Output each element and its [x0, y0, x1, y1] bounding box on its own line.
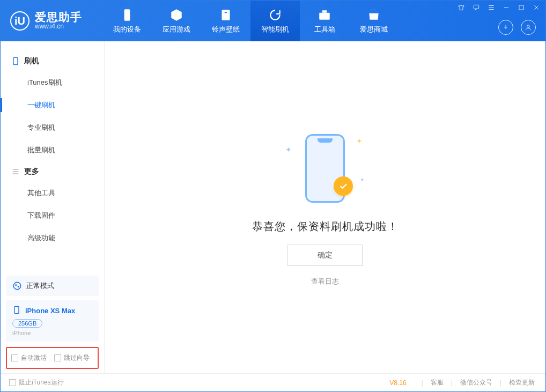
user-icon[interactable] — [521, 20, 536, 35]
svg-rect-4 — [474, 5, 478, 9]
svg-point-6 — [527, 25, 530, 28]
device-type: iPhone — [12, 330, 92, 336]
shirt-icon[interactable] — [456, 3, 466, 12]
tab-label: 爱思商城 — [360, 25, 388, 34]
status-mode: 正常模式 — [26, 281, 54, 291]
device-phone-icon — [12, 306, 21, 316]
sidebar-item-batch-flash[interactable]: 批量刷机 — [1, 139, 104, 161]
version-label: V8.16 — [389, 379, 406, 387]
svg-point-9 — [15, 284, 17, 286]
sidebar-item-other-tools[interactable]: 其他工具 — [1, 182, 104, 204]
svg-point-8 — [13, 282, 21, 290]
tab-toolbox[interactable]: 工具箱 — [300, 1, 349, 41]
maximize-icon[interactable] — [517, 3, 526, 12]
app-name-en: www.i4.cn — [35, 23, 82, 31]
checkbox-skip-guide[interactable]: 跳过向导 — [54, 353, 90, 363]
svg-rect-11 — [14, 306, 19, 313]
sidebar-item-download-firmware[interactable]: 下载固件 — [1, 204, 104, 227]
sparkle-icon: ✦ — [356, 137, 363, 145]
list-icon — [11, 167, 20, 176]
sparkle-icon: ✦ — [285, 145, 292, 154]
checkbox-label: 自动激活 — [21, 353, 47, 363]
tab-flash[interactable]: 智能刷机 — [250, 1, 300, 41]
svg-rect-3 — [322, 10, 327, 12]
feedback-icon[interactable] — [471, 3, 481, 12]
app-name-cn: 爱思助手 — [35, 11, 82, 23]
checkbox-icon — [11, 354, 18, 361]
logo-icon: iU — [10, 11, 29, 31]
tab-device[interactable]: 我的设备 — [102, 1, 152, 41]
tab-label: 铃声壁纸 — [212, 25, 240, 34]
footer-link-wechat[interactable]: 微信公众号 — [458, 378, 495, 387]
svg-point-10 — [18, 286, 19, 287]
status-card[interactable]: 正常模式 — [6, 276, 99, 296]
svg-rect-2 — [319, 12, 330, 19]
sidebar-item-advanced[interactable]: 高级功能 — [1, 227, 104, 249]
footer-link-support[interactable]: 客服 — [429, 378, 446, 387]
tab-ringtone[interactable]: 铃声壁纸 — [201, 1, 250, 41]
checkbox-label: 跳过向导 — [64, 353, 90, 363]
body: 刷机 iTunes刷机 一键刷机 专业刷机 批量刷机 更多 其他工具 下载固件 … — [1, 41, 545, 373]
device-icon — [120, 8, 134, 22]
success-illustration: ✦ ✦ • — [282, 128, 368, 209]
checkbox-label: 阻止iTunes运行 — [19, 378, 64, 387]
status-icon — [12, 281, 22, 291]
device-name: iPhone XS Max — [25, 307, 75, 315]
checkbox-auto-activate[interactable]: 自动激活 — [11, 353, 47, 363]
store-icon — [367, 8, 381, 22]
sidebar: 刷机 iTunes刷机 一键刷机 专业刷机 批量刷机 更多 其他工具 下载固件 … — [1, 41, 105, 373]
cube-icon — [169, 8, 183, 22]
header-right-icons — [498, 20, 536, 35]
tab-apps[interactable]: 应用游戏 — [152, 1, 201, 41]
logo: iU 爱思助手 www.i4.cn — [1, 1, 102, 41]
footer: 阻止iTunes运行 V8.16 | 客服 | 微信公众号 | 检查更新 — [1, 373, 545, 391]
checkbox-icon — [54, 354, 61, 361]
svg-rect-0 — [124, 9, 130, 21]
sidebar-item-pro-flash[interactable]: 专业刷机 — [1, 116, 104, 139]
bottom-checks-highlight: 自动激活 跳过向导 — [6, 347, 99, 369]
refresh-icon — [268, 8, 282, 22]
svg-rect-7 — [13, 57, 18, 64]
sidebar-item-onekey-flash[interactable]: 一键刷机 — [1, 94, 104, 116]
checkbox-icon — [9, 379, 16, 386]
header: iU 爱思助手 www.i4.cn 我的设备 应用游戏 铃声壁纸 智能刷机 — [1, 1, 545, 41]
footer-link-update[interactable]: 检查更新 — [507, 378, 537, 387]
success-message: 恭喜您，保资料刷机成功啦！ — [252, 219, 399, 234]
sidebar-section-title: 刷机 — [24, 56, 39, 66]
download-icon[interactable] — [498, 20, 513, 35]
minimize-icon[interactable] — [501, 3, 511, 12]
svg-rect-1 — [222, 10, 230, 20]
tab-label: 智能刷机 — [261, 25, 289, 34]
sidebar-section-flash: 刷机 — [1, 51, 104, 71]
menu-icon[interactable] — [486, 3, 496, 12]
top-tabs: 我的设备 应用游戏 铃声壁纸 智能刷机 工具箱 爱思商城 — [102, 1, 399, 41]
sidebar-section-title: 更多 — [24, 167, 39, 176]
svg-rect-5 — [519, 5, 523, 10]
success-check-icon — [334, 176, 353, 196]
toolbox-icon — [318, 8, 331, 22]
device-capacity: 256GB — [12, 319, 42, 328]
ok-button[interactable]: 确定 — [287, 245, 363, 266]
checkbox-block-itunes[interactable]: 阻止iTunes运行 — [9, 378, 64, 387]
sidebar-item-itunes-flash[interactable]: iTunes刷机 — [1, 71, 104, 94]
tab-label: 我的设备 — [113, 25, 141, 34]
close-icon[interactable] — [532, 3, 541, 12]
view-log-link[interactable]: 查看日志 — [311, 277, 339, 286]
sidebar-section-more: 更多 — [1, 161, 104, 182]
logo-text: 爱思助手 www.i4.cn — [35, 11, 82, 31]
tab-label: 工具箱 — [314, 25, 335, 34]
main-content: ✦ ✦ • 恭喜您，保资料刷机成功啦！ 确定 查看日志 — [105, 41, 545, 373]
device-card[interactable]: iPhone XS Max 256GB iPhone — [6, 300, 99, 342]
phone-outline-icon — [11, 57, 20, 65]
music-icon — [219, 8, 233, 22]
window-controls — [456, 3, 541, 12]
tab-label: 应用游戏 — [163, 25, 190, 34]
sparkle-icon: • — [361, 175, 364, 184]
tab-store[interactable]: 爱思商城 — [349, 1, 399, 41]
app-window: iU 爱思助手 www.i4.cn 我的设备 应用游戏 铃声壁纸 智能刷机 — [0, 0, 546, 392]
